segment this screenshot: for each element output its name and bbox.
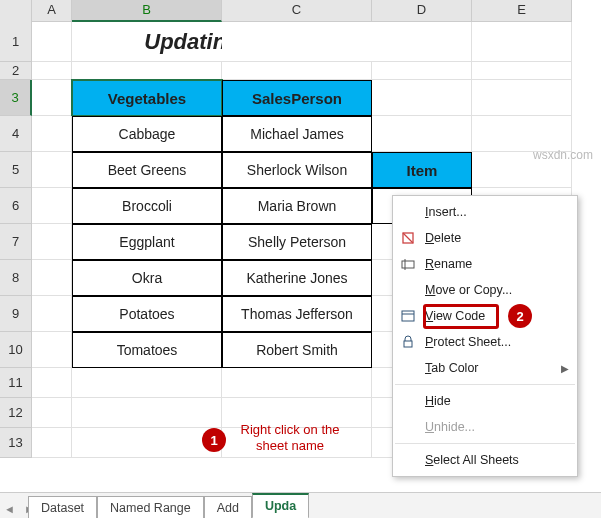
svg-rect-2 <box>402 261 414 268</box>
svg-line-1 <box>403 233 413 243</box>
cell-D3[interactable] <box>372 80 472 116</box>
row-headers: 12345678910111213 <box>0 22 32 458</box>
rename-icon <box>400 256 416 272</box>
row-header-4[interactable]: 4 <box>0 116 32 152</box>
col-header-C[interactable]: C <box>222 0 372 22</box>
cell-A4[interactable] <box>32 116 72 152</box>
row-header-6[interactable]: 6 <box>0 188 32 224</box>
menu-protect-sheet[interactable]: Protect Sheet... <box>393 329 577 355</box>
row-header-11[interactable]: 11 <box>0 368 32 398</box>
protect-icon <box>400 334 416 350</box>
table-header-1[interactable]: SalesPerson <box>222 80 372 116</box>
table-cell[interactable]: Eggplant <box>72 224 222 260</box>
row-header-12[interactable]: 12 <box>0 398 32 428</box>
col-header-A[interactable]: A <box>32 0 72 22</box>
table-cell[interactable]: Robert Smith <box>222 332 372 368</box>
table-cell[interactable]: Katherine Jones <box>222 260 372 296</box>
svg-rect-4 <box>402 311 414 321</box>
table-header-0[interactable]: Vegetables <box>72 80 222 116</box>
cell-C2[interactable] <box>222 62 372 80</box>
cell-A6[interactable] <box>32 188 72 224</box>
sheet-tab-update[interactable]: Upda <box>252 493 309 518</box>
table-cell[interactable]: Beet Greens <box>72 152 222 188</box>
table-cell[interactable]: Broccoli <box>72 188 222 224</box>
menu-tabcolor-label: Tab Color <box>425 361 479 375</box>
cell-A1[interactable] <box>32 22 72 62</box>
table-cell[interactable]: Cabbage <box>72 116 222 152</box>
menu-select-all-sheets[interactable]: Select All Sheets <box>393 447 577 473</box>
row-header-2[interactable]: 2 <box>0 62 32 80</box>
menu-separator-2 <box>395 443 575 444</box>
cell-C11[interactable] <box>222 368 372 398</box>
table-cell[interactable]: Michael James <box>222 116 372 152</box>
table-cell[interactable]: Shelly Peterson <box>222 224 372 260</box>
menu-delete-label: Delete <box>425 231 461 245</box>
select-all-corner[interactable] <box>0 0 32 22</box>
col-header-B[interactable]: B <box>72 0 222 22</box>
cell-E1[interactable] <box>472 22 572 62</box>
row-header-9[interactable]: 9 <box>0 296 32 332</box>
cell-C1[interactable] <box>222 22 372 62</box>
cell-D4[interactable] <box>372 116 472 152</box>
table-cell[interactable]: Thomas Jefferson <box>222 296 372 332</box>
row-header-1[interactable]: 1 <box>0 22 32 62</box>
delete-icon <box>400 230 416 246</box>
watermark: wsxdn.com <box>533 148 593 162</box>
sheet-tab-dataset[interactable]: Dataset <box>28 496 97 518</box>
table-cell[interactable]: Potatoes <box>72 296 222 332</box>
table-cell[interactable]: Tomatoes <box>72 332 222 368</box>
table-cell[interactable]: Okra <box>72 260 222 296</box>
cell-E4[interactable] <box>472 116 572 152</box>
item-header[interactable]: Item <box>372 152 472 188</box>
callout-line1: Right click on the <box>241 422 340 437</box>
cell-E3[interactable] <box>472 80 572 116</box>
row-header-8[interactable]: 8 <box>0 260 32 296</box>
cell-B2[interactable] <box>72 62 222 80</box>
row-header-10[interactable]: 10 <box>0 332 32 368</box>
menu-move-or-copy[interactable]: Move or Copy... <box>393 277 577 303</box>
column-headers: ABCDE <box>0 0 572 22</box>
cell-D1[interactable] <box>372 22 472 62</box>
callout-text: Right click on the sheet name <box>230 422 350 455</box>
sheet-context-menu: Insert... Delete Rename Move or Copy... … <box>392 195 578 477</box>
menu-protect-label: Protect Sheet... <box>425 335 511 349</box>
menu-insert[interactable]: Insert... <box>393 199 577 225</box>
step-1-badge: 1 <box>202 428 226 452</box>
sheet-tab-add[interactable]: Add <box>204 496 252 518</box>
menu-hide[interactable]: Hide <box>393 388 577 414</box>
cell-A8[interactable] <box>32 260 72 296</box>
cell-B11[interactable] <box>72 368 222 398</box>
cell-A12[interactable] <box>32 398 72 428</box>
row-header-3[interactable]: 3 <box>0 80 32 116</box>
row-header-7[interactable]: 7 <box>0 224 32 260</box>
cell-A2[interactable] <box>32 62 72 80</box>
step-2-badge: 2 <box>508 304 532 328</box>
table-cell[interactable]: Sherlock Wilson <box>222 152 372 188</box>
cell-A5[interactable] <box>32 152 72 188</box>
col-header-E[interactable]: E <box>472 0 572 22</box>
menu-view-code[interactable]: View Code <box>393 303 577 329</box>
menu-hide-label: Hide <box>425 394 451 408</box>
view-code-icon <box>400 308 416 324</box>
cell-B13[interactable] <box>72 428 222 458</box>
sheet-tab-named-range[interactable]: Named Range <box>97 496 204 518</box>
cell-B12[interactable] <box>72 398 222 428</box>
cell-A9[interactable] <box>32 296 72 332</box>
cell-A10[interactable] <box>32 332 72 368</box>
cell-A11[interactable] <box>32 368 72 398</box>
menu-selectall-label: Select All Sheets <box>425 453 519 467</box>
cell-A3[interactable] <box>32 80 72 116</box>
cell-A13[interactable] <box>32 428 72 458</box>
cell-D2[interactable] <box>372 62 472 80</box>
menu-tab-color[interactable]: Tab Color ▶ <box>393 355 577 381</box>
menu-delete[interactable]: Delete <box>393 225 577 251</box>
cell-E2[interactable] <box>472 62 572 80</box>
cell-A7[interactable] <box>32 224 72 260</box>
col-header-D[interactable]: D <box>372 0 472 22</box>
cell-B1[interactable]: Updating Dropdown List <box>72 22 222 62</box>
menu-move-label: Move or Copy... <box>425 283 512 297</box>
menu-rename[interactable]: Rename <box>393 251 577 277</box>
row-header-5[interactable]: 5 <box>0 152 32 188</box>
table-cell[interactable]: Maria Brown <box>222 188 372 224</box>
row-header-13[interactable]: 13 <box>0 428 32 458</box>
